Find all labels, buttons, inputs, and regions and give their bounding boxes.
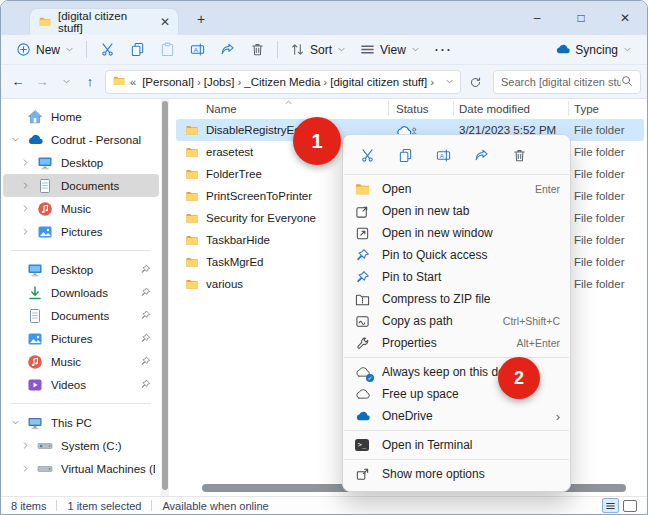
maximize-button[interactable]: □ xyxy=(559,1,603,34)
breadcrumb-item-personal[interactable]: [Personal] xyxy=(140,76,196,88)
close-button[interactable]: ✕ xyxy=(603,1,647,34)
menu-item-open[interactable]: Open Enter xyxy=(343,178,570,200)
menu-item-pin-to-quick-access[interactable]: Pin to Quick access xyxy=(343,244,570,266)
details-view-button[interactable] xyxy=(602,498,619,513)
refresh-icon[interactable] xyxy=(465,72,485,92)
up-button[interactable]: ↑ xyxy=(79,71,101,93)
breadcrumb-item-jobs[interactable]: [Jobs] xyxy=(202,76,237,88)
menu-item-open-in-new-window[interactable]: Open in new window xyxy=(343,222,570,244)
explorer-tab[interactable]: [digital citizen stuff] ✕ xyxy=(29,8,179,35)
availability-status: Available when online xyxy=(162,500,268,512)
column-header-name[interactable]: Name xyxy=(206,103,396,115)
see-more-icon[interactable]: ··· xyxy=(427,43,461,57)
column-header-date-modified[interactable]: Date modified xyxy=(459,103,574,115)
sidebar-item-label: This PC xyxy=(51,417,155,429)
newtab-icon xyxy=(355,203,372,219)
share-button[interactable] xyxy=(212,38,242,62)
chevron-down-icon[interactable] xyxy=(445,76,454,88)
folder-icon xyxy=(184,124,206,137)
chevron-down-icon[interactable] xyxy=(11,418,21,427)
column-header-type[interactable]: Type xyxy=(574,103,647,115)
minimize-button[interactable]: – xyxy=(515,1,559,34)
menu-item-properties[interactable]: Properties Alt+Enter xyxy=(343,332,570,354)
breadcrumb-item-digital-citizen-stuff[interactable]: [digital citizen stuff] xyxy=(328,76,429,88)
chevron-right-icon[interactable] xyxy=(21,158,31,167)
search-icon xyxy=(621,75,633,89)
file-explorer-window: [digital citizen stuff] ✕ + – □ ✕ New A … xyxy=(0,0,648,515)
view-button[interactable]: View xyxy=(353,38,427,62)
large-icons-view-button[interactable] xyxy=(623,500,637,512)
sidebar-item-documents[interactable]: Documents xyxy=(3,304,159,327)
recent-locations-icon[interactable] xyxy=(55,71,77,93)
sidebar-item-documents[interactable]: Documents xyxy=(3,174,159,197)
breadcrumb-overflow-icon[interactable]: « xyxy=(130,76,136,88)
column-header-status[interactable]: Status xyxy=(396,103,459,115)
sidebar-item-music[interactable]: Music xyxy=(3,350,159,373)
breadcrumb[interactable]: « [Personal]›[Jobs]›_Citizen Media›[digi… xyxy=(105,70,461,94)
zip-icon xyxy=(355,291,372,307)
delete-button[interactable] xyxy=(511,147,528,164)
chevron-down-icon xyxy=(337,45,346,54)
delete-button[interactable] xyxy=(242,38,272,62)
sort-button-label: Sort xyxy=(310,43,332,57)
menu-item-open-in-terminal[interactable]: >_ Open in Terminal xyxy=(343,434,570,456)
sidebar-item-desktop[interactable]: Desktop xyxy=(3,258,159,281)
search-input[interactable]: Search [digital citizen stuff] xyxy=(493,70,641,94)
menu-item-copy-as-path[interactable]: Copy as path Ctrl+Shift+C xyxy=(343,310,570,332)
terminal-icon: >_ xyxy=(355,439,369,451)
back-button[interactable]: ← xyxy=(7,71,29,93)
chevron-right-icon[interactable] xyxy=(21,441,31,450)
sidebar-item-pictures[interactable]: Pictures xyxy=(3,327,159,350)
sidebar-scrollbar[interactable] xyxy=(161,99,169,496)
share-button[interactable] xyxy=(473,147,490,164)
sidebar-item-this-pc[interactable]: This PC xyxy=(3,411,159,434)
copy-button[interactable] xyxy=(397,147,414,164)
menu-item-compress-to-zip-file[interactable]: Compress to ZIP file xyxy=(343,288,570,310)
chevron-right-icon[interactable] xyxy=(21,464,31,473)
sidebar-item-downloads[interactable]: Downloads xyxy=(3,281,159,304)
folder-icon xyxy=(184,256,206,269)
sidebar-item-codrut-personal[interactable]: Codrut - Personal xyxy=(3,128,159,151)
onedrive-sync-button[interactable]: Syncing xyxy=(548,38,639,62)
menu-item-label: Open in new tab xyxy=(382,204,560,218)
sidebar-item-system-c[interactable]: System (C:) xyxy=(3,434,159,457)
file-type: File folder xyxy=(574,124,644,136)
sidebar-item-home[interactable]: Home xyxy=(3,105,159,128)
sidebar-item-music[interactable]: Music xyxy=(3,197,159,220)
new-button[interactable]: New xyxy=(9,38,81,62)
sort-button[interactable]: Sort xyxy=(283,38,353,62)
tab-close-icon[interactable]: ✕ xyxy=(160,16,170,28)
music-icon xyxy=(27,354,43,370)
menu-item-label: OneDrive xyxy=(382,409,556,423)
chevron-right-icon[interactable] xyxy=(21,227,31,236)
breadcrumb-item-citizen-media[interactable]: _Citizen Media xyxy=(242,76,322,88)
sidebar-item-label: Desktop xyxy=(61,157,155,169)
rename-button[interactable]: A xyxy=(182,38,212,62)
chevron-right-icon[interactable] xyxy=(21,204,31,213)
desktop-icon xyxy=(37,155,53,171)
copy-button[interactable] xyxy=(122,38,152,62)
thispc-icon xyxy=(27,415,43,431)
menu-item-open-in-new-tab[interactable]: Open in new tab xyxy=(343,200,570,222)
chevron-down-icon[interactable] xyxy=(11,135,21,144)
sidebar-item-desktop[interactable]: Desktop xyxy=(3,151,159,174)
sort-icon xyxy=(290,42,305,57)
rename-button[interactable]: A xyxy=(435,147,452,164)
desktop-icon xyxy=(27,262,43,278)
cut-button[interactable] xyxy=(92,38,122,62)
sidebar-item-virtual-machines-d[interactable]: Virtual Machines (D:) xyxy=(3,457,159,480)
folder-icon xyxy=(184,146,206,159)
menu-item-show-more-options[interactable]: Show more options xyxy=(343,463,570,485)
sidebar-item-label: Downloads xyxy=(51,287,140,299)
sidebar-item-label: System (C:) xyxy=(61,440,155,452)
file-type: File folder xyxy=(574,190,644,202)
sidebar-item-videos[interactable]: Videos xyxy=(3,373,159,396)
menu-item-pin-to-start[interactable]: Pin to Start xyxy=(343,266,570,288)
cut-button[interactable] xyxy=(359,147,376,164)
new-tab-button[interactable]: + xyxy=(192,10,210,28)
menu-item-onedrive[interactable]: OneDrive › xyxy=(343,405,570,427)
pictures-icon xyxy=(37,224,53,240)
svg-text:A: A xyxy=(193,46,198,53)
chevron-right-icon[interactable] xyxy=(21,181,31,190)
sidebar-item-pictures[interactable]: Pictures xyxy=(3,220,159,243)
